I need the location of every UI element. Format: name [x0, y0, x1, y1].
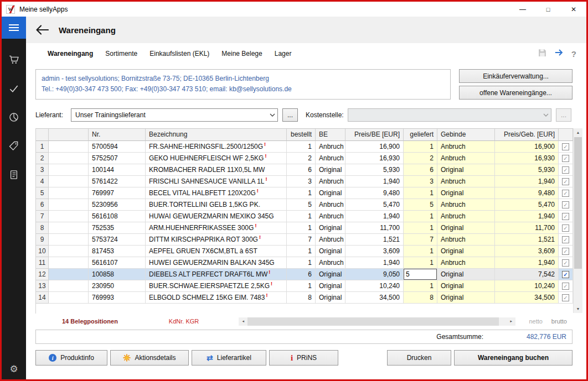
sidebar-item-documents[interactable] — [8, 169, 19, 182]
table-row[interactable]: 15700594FR.SAHNE-HERINGSFIL.2500/1250G!1… — [36, 141, 573, 153]
row-checkbox[interactable]: ✓ — [562, 294, 569, 301]
article-number-cell[interactable]: 5616108 — [89, 211, 146, 222]
price-per-unit-cell[interactable]: 16,900 — [345, 141, 404, 153]
article-number-cell[interactable]: 5616107 — [89, 257, 146, 269]
price-per-package-cell[interactable]: 5,930 — [495, 164, 559, 176]
brutto-toggle[interactable]: brutto — [551, 318, 567, 325]
ordered-qty-cell[interactable]: 1 — [287, 187, 316, 199]
col-header-gebinde[interactable]: Gebinde — [437, 129, 495, 141]
order-unit-cell[interactable]: Anbruch — [316, 153, 345, 164]
order-unit-cell[interactable]: Anbruch — [316, 211, 345, 222]
order-unit-cell[interactable]: Original — [316, 187, 345, 199]
article-number-cell[interactable]: 100858 — [89, 269, 146, 280]
ordered-qty-cell[interactable]: 8 — [287, 292, 316, 304]
price-per-unit-cell[interactable]: 3,609 — [345, 246, 404, 257]
maximize-button[interactable]: □ — [535, 2, 561, 17]
horizontal-scrollbar-thumb[interactable] — [247, 317, 499, 326]
price-per-package-cell[interactable]: 3,609 — [495, 246, 559, 257]
description-cell[interactable]: BUER.SCHWAE.EIERSPAETZLE 2,5KG! — [146, 280, 287, 292]
tab-wareneingang[interactable]: Wareneingang — [42, 50, 99, 58]
table-row[interactable]: 95753724DITTM KIRSCHPAPRIKA ROT 300G!7An… — [36, 234, 573, 246]
table-row[interactable]: 12100858DIEBELS ALT PERFECT DRAFT6L MW!6… — [36, 269, 573, 280]
price-per-unit-cell[interactable]: 1,940 — [345, 211, 404, 222]
ordered-qty-cell[interactable]: 1 — [287, 141, 316, 153]
price-per-unit-cell[interactable]: 5,930 — [345, 164, 404, 176]
tab-meine-belege[interactable]: Meine Belege — [215, 50, 268, 58]
package-unit-cell[interactable]: Anbruch — [437, 257, 495, 269]
row-checkbox[interactable]: ✓ — [562, 236, 569, 243]
close-button[interactable]: ✕ — [561, 2, 586, 17]
table-row[interactable]: 115616107HUWEI GEWUERZMARIN BALKAN 345G1… — [36, 257, 573, 269]
wareneingang-buchen-button[interactable]: Wareneingang buchen — [454, 350, 572, 366]
col-header-nr[interactable]: Nr. — [89, 129, 146, 141]
kostenstelle-select[interactable] — [348, 108, 551, 122]
delivered-qty-cell[interactable]: 1 — [404, 222, 437, 234]
price-per-package-cell[interactable]: 1,940 — [495, 211, 559, 222]
checkbox-cell[interactable]: ✓ — [559, 280, 573, 292]
delivered-qty-cell[interactable]: 5 — [404, 199, 437, 211]
order-unit-cell[interactable]: Original — [316, 246, 345, 257]
order-unit-cell[interactable]: Original — [316, 164, 345, 176]
price-per-package-cell[interactable]: 1,940 — [495, 176, 559, 187]
delivered-qty-cell[interactable]: 3 — [404, 176, 437, 187]
scroll-down-icon[interactable]: ▼ — [574, 305, 582, 313]
row-checkbox[interactable]: ✓ — [562, 201, 569, 208]
description-cell[interactable]: DITTM KIRSCHPAPRIKA ROT 300G! — [146, 234, 287, 246]
ordered-qty-cell[interactable]: 6 — [287, 164, 316, 176]
package-unit-cell[interactable]: Anbruch — [437, 234, 495, 246]
package-unit-cell[interactable]: Original — [437, 164, 495, 176]
lieferant-select[interactable]: Unser Trainingslieferant — [71, 108, 278, 122]
tab-einkaufslisten-ekl[interactable]: Einkaufslisten (EKL) — [143, 50, 215, 58]
order-unit-cell[interactable]: Anbruch — [316, 176, 345, 187]
order-unit-cell[interactable]: Original — [316, 280, 345, 292]
ordered-qty-cell[interactable]: 1 — [287, 257, 316, 269]
drucken-button[interactable]: Drucken — [387, 350, 451, 366]
row-checkbox[interactable]: ✓ — [562, 225, 569, 232]
price-per-unit-cell[interactable]: 1,940 — [345, 257, 404, 269]
col-header-preis-be[interactable]: Preis/BE [EUR] — [345, 129, 404, 141]
price-per-package-cell[interactable]: 1,521 — [495, 234, 559, 246]
package-unit-cell[interactable]: Original — [437, 222, 495, 234]
sidebar-item-check[interactable] — [8, 83, 19, 96]
row-checkbox[interactable]: ✓ — [562, 166, 569, 174]
ordered-qty-cell[interactable]: 3 — [287, 176, 316, 187]
table-row[interactable]: 3100144KROMBACHER RADLER 11X0,5L MW6Orig… — [36, 164, 573, 176]
package-unit-cell[interactable]: Original — [437, 280, 495, 292]
row-checkbox[interactable]: ✓ — [562, 190, 569, 197]
minimize-button[interactable]: — — [510, 2, 535, 17]
order-unit-cell[interactable]: Anbruch — [316, 234, 345, 246]
checkbox-cell[interactable]: ✓ — [559, 211, 573, 222]
package-unit-cell[interactable]: Original — [437, 187, 495, 199]
vertical-scrollbar-thumb[interactable] — [574, 137, 582, 269]
col-header-status[interactable] — [49, 129, 89, 141]
table-row[interactable]: 5769997BECEL VITAL HALBFETT 120X20G!1Ori… — [36, 187, 573, 199]
ordered-qty-cell[interactable]: 5 — [287, 199, 316, 211]
table-row[interactable]: 45761422FRISCHLI SAHNESAUCE VANILLA 1L!3… — [36, 176, 573, 187]
sidebar-item-cart[interactable] — [8, 54, 19, 67]
delivered-qty-input[interactable] — [404, 269, 437, 280]
tab-sortimente[interactable]: Sortimente — [99, 50, 143, 58]
delivered-qty-cell[interactable]: 1 — [404, 211, 437, 222]
ordered-qty-cell[interactable]: 7 — [287, 234, 316, 246]
price-per-unit-cell[interactable]: 5,470 — [345, 199, 404, 211]
article-number-cell[interactable]: 769993 — [89, 292, 146, 304]
article-number-cell[interactable]: 5230956 — [89, 199, 146, 211]
table-row[interactable]: 25752507GEKO HUEHNERFLEISCH WF 2,5KG!2An… — [36, 153, 573, 164]
save-button[interactable] — [538, 48, 547, 60]
delivered-qty-cell[interactable]: 1 — [404, 280, 437, 292]
article-number-cell[interactable]: 752535 — [89, 222, 146, 234]
price-per-unit-cell[interactable]: 34,500 — [345, 292, 404, 304]
ordered-qty-cell[interactable]: 6 — [287, 269, 316, 280]
article-number-cell[interactable]: 5752507 — [89, 153, 146, 164]
settings-button[interactable]: ⚙ — [9, 364, 18, 374]
price-per-unit-cell[interactable]: 1,521 — [345, 234, 404, 246]
ordered-qty-cell[interactable]: 1 — [287, 280, 316, 292]
scroll-up-icon[interactable]: ▲ — [574, 128, 582, 137]
checkbox-cell[interactable]: ✓ — [559, 246, 573, 257]
description-cell[interactable]: HUWAI GEWUERZMARIN MEXIKO 345G — [146, 211, 287, 222]
table-row[interactable]: 65230956BUER.TORTELLINI GELB 1,5KG PK.5A… — [36, 199, 573, 211]
package-unit-cell[interactable]: Original — [437, 292, 495, 304]
order-unit-cell[interactable]: Original — [316, 269, 345, 280]
checkbox-cell[interactable]: ✓ — [559, 164, 573, 176]
price-per-unit-cell[interactable]: 16,930 — [345, 153, 404, 164]
